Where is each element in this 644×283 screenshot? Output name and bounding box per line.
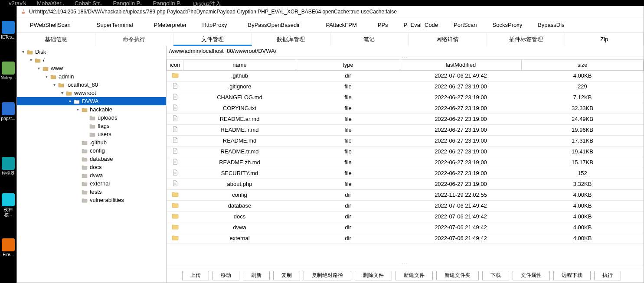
col-icon[interactable]: icon	[167, 60, 183, 70]
action-button[interactable]: 执行	[594, 271, 621, 280]
browser-tab[interactable]: Discuz注入	[193, 0, 221, 6]
nav-tab[interactable]: 基础信息	[17, 33, 95, 46]
desktop-icon[interactable]: phpst...	[1, 102, 16, 121]
file-icon	[167, 92, 183, 103]
table-row[interactable]: CHANGELOG.mdfile2022-06-27 23:19:007.12K…	[167, 92, 644, 103]
cell-type: file	[296, 157, 400, 168]
tree-node-www[interactable]: ▾www	[17, 64, 166, 72]
cell-size: 4.00KB	[522, 222, 644, 233]
tree-expand-icon[interactable]: ▾	[51, 81, 58, 89]
action-button[interactable]: 复制绝对路径	[304, 271, 351, 280]
tree-expand-icon[interactable]: ▾	[59, 89, 65, 97]
col-type[interactable]: type	[296, 60, 400, 70]
nav-tab[interactable]: 数据库管理	[252, 33, 330, 46]
tree-expand-icon[interactable]: ▾	[27, 56, 34, 64]
toolbar-tab-superterminal[interactable]: SuperTerminal	[84, 17, 146, 33]
tree-node-localhost80[interactable]: ▾localhost_80	[17, 81, 166, 89]
splitter-grip-h[interactable]	[167, 56, 644, 60]
tree-node-users[interactable]: users	[17, 130, 166, 138]
browser-tab[interactable]: MobaXter..	[37, 0, 64, 6]
action-button[interactable]: 刷新	[243, 271, 270, 280]
action-button[interactable]: 新建文件	[396, 271, 433, 280]
browser-tab[interactable]: Pangolin P..	[113, 0, 142, 6]
table-row[interactable]: .gitignorefile2022-06-27 23:19:00229	[167, 81, 644, 92]
tree-node-dvwa[interactable]: dvwa	[17, 171, 166, 179]
app-label: IETes...	[1, 35, 15, 40]
action-button[interactable]: 上传	[182, 271, 209, 280]
toolbar-tab-pwebshellscan[interactable]: PWebShellScan	[17, 17, 84, 33]
table-row[interactable]: docsdir2022-07-06 21:49:424.00KB	[167, 211, 644, 222]
toolbar-tab-pmeterpreter[interactable]: PMeterpreter	[146, 17, 195, 33]
col-size[interactable]: size	[522, 60, 644, 70]
toolbar-tab-pattackfpm[interactable]: PAttackFPM	[313, 17, 369, 33]
toolbar-tab-httpproxy[interactable]: HttpProxy	[194, 17, 235, 33]
toolbar-tab-bypassopenbasedir[interactable]: ByPassOpenBasedir	[235, 17, 313, 33]
table-row[interactable]: SECURITY.mdfile2022-06-27 23:19:00152	[167, 168, 644, 179]
tree-node-wwwroot[interactable]: ▾wwwroot	[17, 89, 166, 97]
nav-tab[interactable]: 插件标签管理	[487, 33, 566, 46]
table-row[interactable]: configdir2022-11-29 22:02:554.00KB	[167, 189, 644, 200]
desktop-icon[interactable]: Notep...	[1, 62, 16, 81]
action-button[interactable]: 远程下载	[553, 271, 591, 280]
toolbar-tab-p_eval_code[interactable]: P_Eval_Code	[396, 17, 446, 33]
desktop-icon[interactable]: Fire...	[1, 238, 16, 257]
cell-name: README.zh.md	[183, 157, 296, 168]
tree-expand-icon[interactable]: ▾	[35, 64, 42, 72]
toolbar-tab-socksproxy[interactable]: SocksProxy	[485, 17, 530, 33]
action-button[interactable]: 下载	[482, 271, 509, 280]
browser-tab[interactable]: v2rayN	[9, 0, 26, 6]
tree-node-dvwa[interactable]: ▾DVWA	[17, 97, 166, 105]
nav-tab[interactable]: 网络详情	[409, 33, 487, 46]
table-row[interactable]: COPYING.txtfile2022-06-27 23:19:0032.33K…	[167, 103, 644, 114]
tree-node-docs[interactable]: docs	[17, 163, 166, 171]
folder-icon	[89, 123, 96, 129]
tree-expand-icon[interactable]: ▾	[43, 72, 50, 81]
table-row[interactable]: README.zh.mdfile2022-06-27 23:19:0015.17…	[167, 157, 644, 168]
col-name[interactable]: name	[183, 60, 296, 70]
tree-node-flags[interactable]: flags	[17, 122, 166, 130]
table-row[interactable]: README.mdfile2022-06-27 23:19:0017.31KB	[167, 135, 644, 146]
desktop-icon[interactable]: 模拟器	[1, 157, 16, 176]
nav-tab[interactable]: 笔记	[330, 33, 409, 46]
splitter-grip-h2[interactable]	[167, 263, 644, 266]
toolbar-tab-pps[interactable]: PPs	[370, 17, 396, 33]
tree-expand-icon[interactable]: ▾	[66, 97, 73, 105]
nav-tab[interactable]: Zip	[565, 33, 644, 46]
toolbar-tab-portscan[interactable]: PortScan	[446, 17, 484, 33]
table-row[interactable]: README.ar.mdfile2022-06-27 23:19:0024.49…	[167, 114, 644, 124]
col-lastmodified[interactable]: lastModified	[400, 60, 522, 70]
tree-expand-icon[interactable]: ▾	[20, 48, 26, 56]
table-row[interactable]: dvwadir2022-07-06 21:49:424.00KB	[167, 222, 644, 233]
browser-tab[interactable]: Pangolin P..	[153, 0, 183, 6]
nav-tab[interactable]: 文件管理	[173, 33, 252, 46]
table-row[interactable]: about.phpfile2022-06-27 23:19:003.32KB	[167, 179, 644, 189]
action-button[interactable]: 新建文件夹	[436, 271, 479, 280]
table-row[interactable]: databasedir2022-07-06 21:49:424.00KB	[167, 200, 644, 211]
table-row[interactable]: externaldir2022-07-06 21:49:424.00KB	[167, 233, 644, 244]
tree-node-vulnerabilities[interactable]: vulnerabilities	[17, 196, 166, 204]
tree-node-[interactable]: ▾/	[17, 56, 166, 64]
nav-tab[interactable]: 命令执行	[95, 33, 174, 46]
tree-node-external[interactable]: external	[17, 179, 166, 188]
desktop-icon[interactable]: IETes...	[1, 21, 16, 40]
tree-node-tests[interactable]: tests	[17, 188, 166, 196]
tree-node-admin[interactable]: ▾admin	[17, 72, 166, 81]
tree-node-config[interactable]: config	[17, 146, 166, 155]
tree-node-github[interactable]: .github	[17, 138, 166, 146]
tree-node-database[interactable]: database	[17, 155, 166, 163]
desktop-icon[interactable]: 夜神模...	[1, 193, 16, 218]
action-button[interactable]: 文件属性	[513, 271, 550, 280]
browser-tab[interactable]: Cobalt Str..	[75, 0, 102, 6]
tree-node-hackable[interactable]: ▾hackable	[17, 105, 166, 114]
action-button[interactable]: 删除文件	[355, 271, 392, 280]
toolbar-tab-bypassdis[interactable]: BypassDis	[530, 17, 572, 33]
tree-expand-icon[interactable]: ▾	[74, 105, 81, 114]
table-row[interactable]: .githubdir2022-07-06 21:49:424.00KB	[167, 70, 644, 81]
action-button[interactable]: 复制	[273, 271, 300, 280]
action-button[interactable]: 移动	[212, 271, 239, 280]
table-row[interactable]: README.fr.mdfile2022-06-27 23:19:0019.96…	[167, 124, 644, 135]
table-row[interactable]: README.tr.mdfile2022-06-27 23:19:0019.41…	[167, 146, 644, 157]
tree-node-uploads[interactable]: uploads	[17, 114, 166, 122]
tree-pane[interactable]: ▾Disk▾/▾www▾admin▾localhost_80▾wwwroot▾D…	[17, 46, 167, 283]
tree-node-disk[interactable]: ▾Disk	[17, 48, 166, 56]
